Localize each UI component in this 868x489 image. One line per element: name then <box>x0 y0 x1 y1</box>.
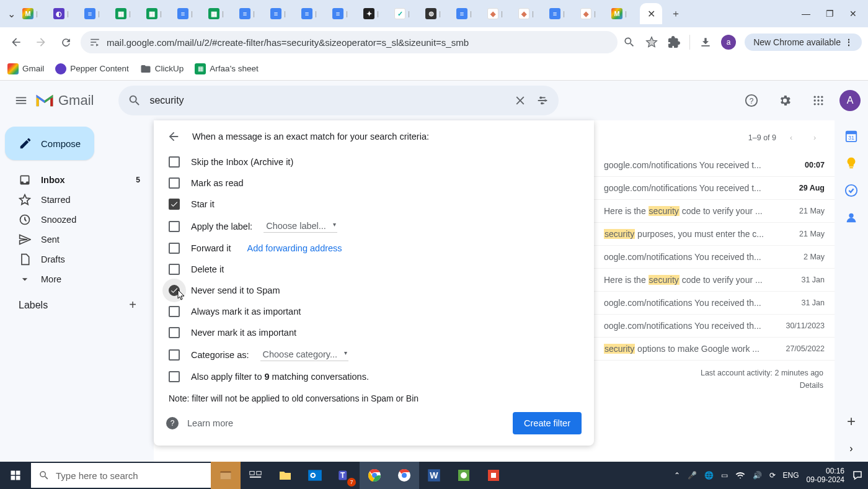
chrome-update-button[interactable]: New Chrome available ⋮ <box>745 34 862 51</box>
tab[interactable]: ✓| <box>392 4 422 23</box>
search-input[interactable] <box>149 95 505 106</box>
tab[interactable]: M| <box>20 4 50 23</box>
tray-mic-icon[interactable]: 🎤 <box>688 471 697 480</box>
tab[interactable]: ▦| <box>113 4 143 23</box>
tray-weather-icon[interactable]: 🌐 <box>704 471 714 480</box>
mail-row[interactable]: security options to make Google work ...… <box>594 338 835 361</box>
checkbox-star[interactable] <box>169 199 180 210</box>
calendar-icon[interactable]: 31 <box>844 129 858 143</box>
search-options-icon[interactable] <box>535 93 550 108</box>
minimize-button[interactable]: — <box>800 9 812 19</box>
taskbar-app-outlook[interactable] <box>300 462 330 489</box>
bookmark-item[interactable]: Gmail <box>7 63 44 74</box>
create-filter-button[interactable]: Create filter <box>513 412 582 434</box>
back-arrow-icon[interactable] <box>166 129 181 144</box>
taskbar-app-word[interactable]: W <box>419 462 449 489</box>
newer-button[interactable]: ‹ <box>782 129 800 146</box>
tab[interactable]: ≡| <box>299 4 329 23</box>
tab[interactable]: ≡| <box>454 4 484 23</box>
tab[interactable]: ≡| <box>330 4 360 23</box>
tab-list-dropdown[interactable]: ⌄ <box>4 6 19 21</box>
bookmark-star-icon[interactable] <box>645 35 658 49</box>
checkbox-never-spam[interactable] <box>169 285 180 296</box>
tray-chevron-icon[interactable]: ⌃ <box>674 471 680 480</box>
checkbox-categorise[interactable] <box>169 349 180 361</box>
tab[interactable]: ▦| <box>206 4 236 23</box>
back-button[interactable] <box>6 32 26 52</box>
sidebar-item-sent[interactable]: Sent <box>5 230 149 249</box>
mail-row[interactable]: Here is the security code to verify your… <box>594 200 835 223</box>
start-button[interactable] <box>0 462 31 489</box>
details-link[interactable]: Details <box>605 379 823 392</box>
category-select[interactable]: Choose category... <box>260 348 349 361</box>
taskbar-app-explorer[interactable] <box>211 462 241 489</box>
gmail-logo[interactable]: Gmail <box>35 92 94 109</box>
mail-row[interactable]: oogle.com/notifications You received th.… <box>594 315 835 338</box>
checkbox-mark-read[interactable] <box>169 177 180 189</box>
taskbar-app-taskview[interactable] <box>241 462 270 489</box>
sidebar-item-starred[interactable]: Starred <box>5 190 149 210</box>
mail-row[interactable]: security purposes, you must enter the c.… <box>594 223 835 246</box>
mail-row[interactable]: oogle.com/notifications You received th.… <box>594 246 835 269</box>
clear-search-icon[interactable] <box>513 93 528 108</box>
url-field[interactable]: mail.google.com/mail/u/2/#create-filter/… <box>81 31 618 53</box>
mail-row[interactable]: oogle.com/notifications You received th.… <box>594 292 835 315</box>
apps-icon[interactable] <box>806 88 831 113</box>
close-icon[interactable]: ✕ <box>647 8 655 20</box>
active-tab[interactable]: ✕ <box>640 3 662 24</box>
tasks-icon[interactable] <box>844 184 858 197</box>
mail-row[interactable]: Here is the security code to verify your… <box>594 269 835 292</box>
sidebar-item-more[interactable]: More <box>5 269 149 289</box>
tab[interactable]: ✦| <box>361 4 391 23</box>
bookmark-item[interactable]: ClickUp <box>140 63 184 74</box>
sidebar-item-snoozed[interactable]: Snoozed <box>5 210 149 230</box>
support-icon[interactable]: ? <box>739 88 764 113</box>
checkbox-delete[interactable] <box>169 264 180 275</box>
taskbar-app-chrome[interactable] <box>360 462 389 489</box>
search-box[interactable] <box>118 86 559 115</box>
main-menu-button[interactable] <box>7 87 35 114</box>
tab[interactable]: ▦| <box>144 4 174 23</box>
search-icon[interactable] <box>127 93 142 108</box>
site-settings-icon[interactable] <box>89 37 100 48</box>
tab[interactable]: ≡| <box>82 4 112 23</box>
add-addon-icon[interactable]: + <box>844 415 858 428</box>
zoom-icon[interactable] <box>622 35 636 49</box>
tab[interactable]: ◆| <box>516 4 546 23</box>
taskbar-app-chrome-2[interactable] <box>389 462 419 489</box>
reload-button[interactable] <box>56 32 76 52</box>
tab[interactable]: ≡| <box>268 4 298 23</box>
tab[interactable]: ≡| <box>237 4 267 23</box>
maximize-button[interactable]: ❐ <box>823 9 836 19</box>
taskbar-app-recorder[interactable] <box>479 462 508 489</box>
extensions-icon[interactable] <box>667 35 681 49</box>
mail-row[interactable]: google.com/notifications You received t.… <box>594 177 835 200</box>
checkbox-also-apply[interactable] <box>169 371 180 382</box>
taskbar-search[interactable]: Type here to search <box>31 463 211 488</box>
new-tab-button[interactable]: ＋ <box>667 5 684 22</box>
checkbox-forward[interactable] <box>169 243 180 254</box>
checkbox-apply-label[interactable] <box>169 221 180 232</box>
settings-icon[interactable] <box>773 88 797 113</box>
tray-battery-icon[interactable]: ▭ <box>721 471 728 480</box>
tab[interactable]: M| <box>609 4 639 23</box>
learn-more-link[interactable]: ?Learn more <box>166 417 233 429</box>
tray-volume-icon[interactable]: 🔊 <box>753 471 762 480</box>
tray-wifi-icon[interactable] <box>735 470 745 480</box>
tab[interactable]: ◆| <box>578 4 608 23</box>
add-forwarding-link[interactable]: Add forwarding address <box>247 243 342 253</box>
tab[interactable]: ◐| <box>51 4 81 23</box>
sidebar-item-inbox[interactable]: Inbox5 <box>5 170 149 190</box>
add-label-button[interactable]: + <box>129 298 136 312</box>
downloads-icon[interactable] <box>699 35 712 49</box>
tab[interactable]: ◆| <box>485 4 515 23</box>
tab[interactable]: ≡| <box>175 4 205 23</box>
tray-sync-icon[interactable]: ⟳ <box>769 471 776 480</box>
compose-button[interactable]: Compose <box>5 127 94 160</box>
taskbar-app-camtasia[interactable] <box>449 462 479 489</box>
tray-language[interactable]: ENG <box>783 471 799 480</box>
contacts-icon[interactable] <box>844 211 858 225</box>
taskbar-app-files[interactable] <box>270 462 300 489</box>
older-button[interactable]: › <box>806 129 823 146</box>
mail-row[interactable]: google.com/notifications You received t.… <box>594 154 835 177</box>
